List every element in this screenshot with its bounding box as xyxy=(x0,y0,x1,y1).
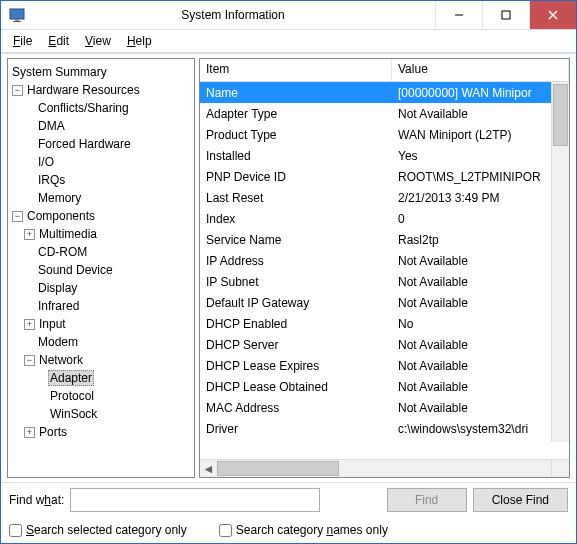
cell-value: Not Available xyxy=(392,254,569,268)
list-row[interactable]: Adapter TypeNot Available xyxy=(200,103,569,124)
close-find-button[interactable]: Close Find xyxy=(473,488,568,512)
menu-bar: File Edit View Help xyxy=(1,30,576,53)
collapse-icon[interactable]: − xyxy=(12,85,23,96)
tree-node-forced-hardware[interactable]: Forced Hardware xyxy=(10,135,192,153)
content-area: System Summary −Hardware Resources Confl… xyxy=(1,53,576,482)
horizontal-scrollbar[interactable]: ◄ ► xyxy=(200,459,569,477)
list-row[interactable]: Default IP GatewayNot Available xyxy=(200,292,569,313)
search-category-names-checkbox[interactable]: Search category names only xyxy=(219,523,388,537)
tree-node-modem[interactable]: Modem xyxy=(10,333,192,351)
window-title: System Information xyxy=(31,8,435,22)
tree-node-io[interactable]: I/O xyxy=(10,153,192,171)
list-row[interactable]: DHCP Lease ObtainedNot Available xyxy=(200,376,569,397)
collapse-icon[interactable]: − xyxy=(12,211,23,222)
svg-rect-0 xyxy=(10,9,24,19)
cell-value: Rasl2tp xyxy=(392,233,569,247)
cell-value: Not Available xyxy=(392,401,569,415)
column-header-item[interactable]: Item xyxy=(200,59,392,81)
close-button[interactable] xyxy=(529,1,576,29)
list-row[interactable]: MAC AddressNot Available xyxy=(200,397,569,418)
collapse-icon[interactable]: − xyxy=(24,355,35,366)
cell-item: IP Subnet xyxy=(200,275,392,289)
expand-icon[interactable]: + xyxy=(24,427,35,438)
column-header-value[interactable]: Value xyxy=(392,59,569,81)
menu-edit[interactable]: Edit xyxy=(42,32,75,50)
tree-node-dma[interactable]: DMA xyxy=(10,117,192,135)
cell-item: DHCP Lease Expires xyxy=(200,359,392,373)
cell-item: Driver xyxy=(200,422,392,436)
maximize-button[interactable] xyxy=(482,1,529,29)
minimize-icon xyxy=(454,10,464,20)
tree-node-network[interactable]: −Network xyxy=(10,351,192,369)
scrollbar-thumb[interactable] xyxy=(553,84,568,146)
menu-view[interactable]: View xyxy=(79,32,117,50)
find-options: Search selected category only Search cat… xyxy=(1,517,576,543)
tree-node-input[interactable]: +Input xyxy=(10,315,192,333)
scrollbar-track[interactable] xyxy=(217,460,552,477)
tree-node-winsock[interactable]: WinSock xyxy=(10,405,192,423)
cell-value: WAN Miniport (L2TP) xyxy=(392,128,569,142)
tree-node-system-summary[interactable]: System Summary xyxy=(10,63,192,81)
scrollbar-thumb[interactable] xyxy=(217,461,339,476)
navigation-tree[interactable]: System Summary −Hardware Resources Confl… xyxy=(7,58,195,478)
expand-icon[interactable]: + xyxy=(24,319,35,330)
list-row[interactable]: Service NameRasl2tp xyxy=(200,229,569,250)
tree-node-hardware-resources[interactable]: −Hardware Resources xyxy=(10,81,192,99)
tree-node-components[interactable]: −Components xyxy=(10,207,192,225)
cell-value: [00000000] WAN Minipor xyxy=(392,86,569,100)
cell-item: IP Address xyxy=(200,254,392,268)
cell-value: ROOT\MS_L2TPMINIPOR xyxy=(392,170,569,184)
cell-value: Not Available xyxy=(392,275,569,289)
tree-node-multimedia[interactable]: +Multimedia xyxy=(10,225,192,243)
cell-item: Product Type xyxy=(200,128,392,142)
tree-node-ports[interactable]: +Ports xyxy=(10,423,192,441)
list-row[interactable]: DHCP Lease ExpiresNot Available xyxy=(200,355,569,376)
list-row[interactable]: InstalledYes xyxy=(200,145,569,166)
checkbox-input[interactable] xyxy=(9,524,22,537)
list-row[interactable]: IP SubnetNot Available xyxy=(200,271,569,292)
find-bar: Find what: Find Close Find xyxy=(1,482,576,517)
cell-value: 0 xyxy=(392,212,569,226)
tree-node-display[interactable]: Display xyxy=(10,279,192,297)
vertical-scrollbar[interactable] xyxy=(551,82,569,442)
list-row[interactable]: DHCP ServerNot Available xyxy=(200,334,569,355)
tree-node-memory[interactable]: Memory xyxy=(10,189,192,207)
list-row[interactable]: Index0 xyxy=(200,208,569,229)
checkbox-input[interactable] xyxy=(219,524,232,537)
svg-rect-4 xyxy=(502,11,510,19)
list-body[interactable]: Name[00000000] WAN MiniporAdapter TypeNo… xyxy=(200,82,569,459)
menu-file[interactable]: File xyxy=(7,32,38,50)
list-row[interactable]: Name[00000000] WAN Minipor xyxy=(200,82,569,103)
details-list: Item Value Name[00000000] WAN MiniporAda… xyxy=(199,58,570,478)
minimize-button[interactable] xyxy=(435,1,482,29)
system-information-window: System Information File Edit View Help S… xyxy=(0,0,577,544)
cell-value: Not Available xyxy=(392,359,569,373)
tree-node-adapter[interactable]: Adapter xyxy=(10,369,192,387)
list-row[interactable]: Last Reset2/21/2013 3:49 PM xyxy=(200,187,569,208)
list-row[interactable]: Product TypeWAN Miniport (L2TP) xyxy=(200,124,569,145)
window-buttons xyxy=(435,1,576,29)
menu-help[interactable]: Help xyxy=(121,32,158,50)
search-selected-category-checkbox[interactable]: Search selected category only xyxy=(9,523,187,537)
cell-item: Name xyxy=(200,86,392,100)
list-row[interactable]: Driverc:\windows\system32\dri xyxy=(200,418,569,439)
tree-node-protocol[interactable]: Protocol xyxy=(10,387,192,405)
list-row[interactable]: DHCP EnabledNo xyxy=(200,313,569,334)
expand-icon[interactable]: + xyxy=(24,229,35,240)
cell-value: Not Available xyxy=(392,107,569,121)
find-button[interactable]: Find xyxy=(387,488,467,512)
list-row[interactable]: IP AddressNot Available xyxy=(200,250,569,271)
cell-value: Not Available xyxy=(392,338,569,352)
tree-node-conflicts[interactable]: Conflicts/Sharing xyxy=(10,99,192,117)
title-bar[interactable]: System Information xyxy=(1,1,576,30)
tree-node-irqs[interactable]: IRQs xyxy=(10,171,192,189)
cell-item: Default IP Gateway xyxy=(200,296,392,310)
list-row[interactable]: PNP Device IDROOT\MS_L2TPMINIPOR xyxy=(200,166,569,187)
scroll-left-icon[interactable]: ◄ xyxy=(200,460,217,477)
cell-value: Not Available xyxy=(392,380,569,394)
tree-node-sound-device[interactable]: Sound Device xyxy=(10,261,192,279)
find-input[interactable] xyxy=(70,488,320,512)
cell-item: Adapter Type xyxy=(200,107,392,121)
tree-node-infrared[interactable]: Infrared xyxy=(10,297,192,315)
tree-node-cdrom[interactable]: CD-ROM xyxy=(10,243,192,261)
